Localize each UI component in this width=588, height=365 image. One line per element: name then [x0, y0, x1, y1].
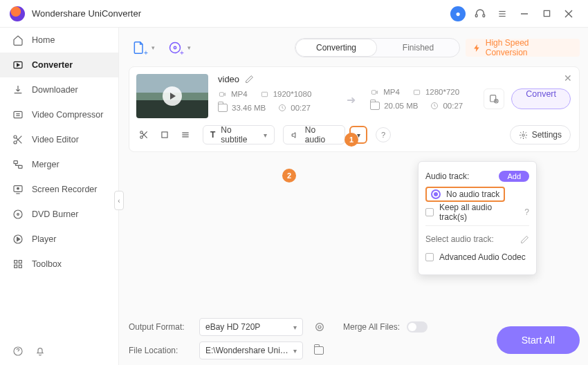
sidebar-item-converter[interactable]: Converter — [0, 53, 118, 77]
add-audio-button[interactable]: Add — [499, 171, 529, 182]
sidebar-item-label: Video Editor — [32, 135, 79, 144]
add-dvd-button[interactable]: +▾ — [165, 37, 185, 58]
svg-rect-13 — [14, 161, 17, 164]
sidebar-item-player[interactable]: Player — [0, 227, 118, 252]
audio-select[interactable]: No audio — [283, 125, 345, 144]
svg-rect-10 — [14, 111, 22, 118]
clock-icon — [278, 104, 286, 112]
audio-track-popup: Audio track: Add No audio track Keep all… — [418, 161, 537, 275]
sidebar-item-merger[interactable]: Merger — [0, 152, 118, 177]
svg-point-11 — [14, 135, 17, 138]
svg-point-16 — [17, 187, 19, 189]
user-avatar[interactable]: ● — [448, 4, 468, 24]
output-format-label: Output Format: — [129, 322, 192, 332]
merge-toggle[interactable] — [407, 321, 428, 333]
add-file-button[interactable]: +▾ — [129, 37, 149, 58]
app-logo — [10, 6, 25, 21]
output-settings-icon[interactable] — [484, 88, 504, 109]
gear-icon — [519, 131, 528, 140]
high-speed-conversion[interactable]: High Speed Conversion — [466, 39, 580, 57]
svg-point-17 — [14, 210, 22, 218]
sidebar-item-label: Player — [32, 234, 56, 244]
bell-icon[interactable] — [35, 346, 46, 357]
start-all-button[interactable]: Start All — [497, 326, 580, 354]
support-icon[interactable] — [470, 4, 490, 24]
svg-point-42 — [316, 324, 324, 331]
sidebar-item-home[interactable]: Home — [0, 28, 118, 53]
folder-icon — [370, 102, 380, 110]
select-track-label: Select audio track: — [425, 234, 494, 244]
scissors-icon — [12, 134, 24, 145]
checkbox-icon — [425, 208, 434, 216]
app-title: Wondershare UniConverter — [32, 8, 141, 19]
trim-icon[interactable] — [139, 130, 149, 140]
recorder-icon — [12, 184, 24, 195]
svg-rect-14 — [19, 165, 22, 168]
file-location-label: File Location: — [129, 346, 192, 355]
tab-converting[interactable]: Converting — [295, 39, 378, 57]
tab-finished[interactable]: Finished — [377, 39, 459, 57]
svg-point-25 — [169, 43, 180, 53]
help-icon[interactable]: ? — [524, 207, 529, 217]
menu-icon[interactable] — [493, 4, 512, 24]
svg-rect-0 — [475, 14, 477, 17]
sidebar-item-compressor[interactable]: Video Compressor — [0, 102, 118, 127]
sidebar-item-editor[interactable]: Video Editor — [0, 127, 118, 152]
video-icon — [218, 91, 227, 98]
dst-res: 1280*720 — [425, 88, 459, 96]
sidebar-item-dvd[interactable]: DVD Burner — [0, 202, 118, 227]
maximize-button[interactable] — [537, 4, 556, 24]
home-icon — [12, 35, 24, 46]
subtitle-select[interactable]: T No subtitle ▾ — [203, 125, 275, 144]
svg-rect-23 — [19, 265, 21, 268]
svg-rect-22 — [15, 265, 17, 268]
file-settings-button[interactable]: Settings — [510, 125, 571, 144]
svg-rect-21 — [19, 261, 21, 263]
video-thumbnail[interactable] — [136, 74, 208, 118]
sidebar-item-label: Home — [32, 35, 55, 45]
list-icon[interactable] — [181, 130, 190, 140]
advanced-codec-option[interactable]: Advanced Audio Codec — [425, 248, 529, 266]
no-audio-option[interactable]: No audio track — [425, 187, 505, 202]
sidebar-item-downloader[interactable]: Downloader — [0, 77, 118, 102]
grid-icon — [12, 259, 24, 270]
open-folder-icon[interactable] — [314, 346, 324, 355]
disc-icon — [12, 209, 24, 220]
svg-rect-33 — [490, 95, 496, 102]
svg-point-12 — [14, 141, 17, 144]
output-format-select[interactable]: eBay HD 720P▾ — [199, 318, 303, 336]
sidebar-item-recorder[interactable]: Screen Recorder — [0, 177, 118, 202]
merge-label: Merge All Files: — [343, 322, 400, 332]
crop-icon[interactable] — [160, 130, 169, 140]
minimize-button[interactable] — [515, 4, 534, 24]
bolt-icon — [472, 44, 481, 53]
download-icon — [12, 84, 24, 95]
svg-rect-1 — [483, 14, 485, 17]
sidebar: Home Converter Downloader Video Compress… — [0, 28, 119, 365]
sidebar-item-label: Converter — [32, 60, 73, 70]
radio-selected-icon — [431, 189, 441, 199]
file-location-select[interactable]: E:\Wondershare UniConverter▾ — [199, 341, 303, 359]
checkbox-icon — [425, 253, 434, 261]
sidebar-item-label: Downloader — [32, 85, 78, 95]
close-button[interactable] — [559, 4, 578, 24]
format-settings-icon[interactable] — [314, 321, 325, 333]
src-dur: 00:27 — [291, 104, 311, 112]
edit-icon[interactable] — [520, 235, 529, 244]
sidebar-item-label: Toolbox — [32, 259, 62, 269]
src-res: 1920*1080 — [273, 90, 312, 98]
arrow-icon: ➜ — [341, 93, 360, 106]
dst-size: 20.05 MB — [384, 102, 418, 110]
res-icon — [260, 91, 269, 98]
card-close[interactable]: ✕ — [564, 73, 572, 84]
help-icon[interactable]: ? — [376, 127, 391, 142]
help-icon[interactable] — [12, 346, 24, 357]
edit-title-icon[interactable] — [245, 75, 254, 84]
svg-rect-31 — [414, 90, 419, 94]
convert-button[interactable]: Convert — [511, 88, 571, 109]
keep-all-tracks-option[interactable]: Keep all audio track(s) ? — [425, 203, 529, 221]
merge-icon — [12, 159, 24, 170]
play-icon — [12, 234, 24, 245]
sidebar-item-label: Video Compressor — [32, 110, 103, 120]
sidebar-item-toolbox[interactable]: Toolbox — [0, 252, 118, 277]
